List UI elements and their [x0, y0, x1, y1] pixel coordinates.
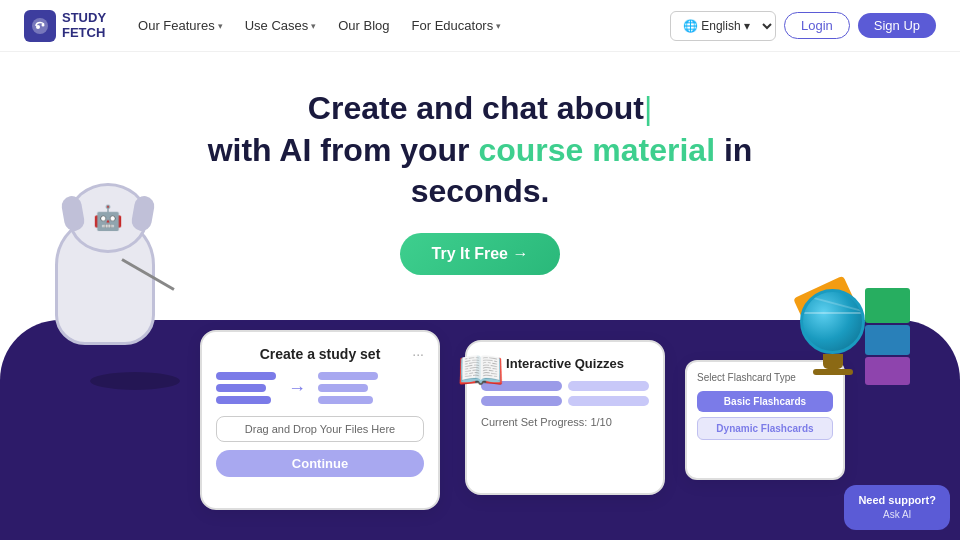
line-3: [216, 396, 271, 404]
svg-point-1: [36, 25, 40, 29]
nav-educators[interactable]: For Educators▾: [412, 18, 502, 33]
support-sub: Ask AI: [858, 508, 936, 522]
logo[interactable]: STUDY FETCH: [24, 10, 106, 42]
nav-blog[interactable]: Our Blog: [338, 18, 389, 33]
lines-right: [318, 372, 378, 404]
drag-drop-area[interactable]: Drag and Drop Your Files Here: [216, 416, 424, 442]
pointer-stick: [121, 258, 174, 291]
line-6: [318, 396, 373, 404]
mascot-ear-right: [130, 195, 156, 233]
svg-point-2: [42, 23, 45, 26]
globe-sphere: [800, 289, 865, 354]
card2-title: Interactive Quizzes: [481, 356, 649, 371]
try-free-button[interactable]: Try It Free →: [400, 233, 561, 275]
mascot-ear-left: [60, 195, 86, 233]
books-stack: [865, 288, 910, 385]
quiz-bars: [481, 381, 649, 406]
book-purple: [865, 357, 910, 385]
mascot-head: 🤖: [68, 183, 148, 253]
navigation: STUDY FETCH Our Features▾ Use Cases▾ Our…: [0, 0, 960, 52]
mascot: 🤖: [40, 215, 170, 385]
quiz-bar-2a: [481, 396, 562, 406]
bottom-section: 🤖 Create a study set ··· → Drag and Drop…: [0, 320, 960, 540]
card1-dots: ···: [412, 346, 424, 362]
globe-line: [803, 312, 862, 314]
lines-left: [216, 372, 276, 404]
arrow-icon: →: [288, 378, 306, 399]
cursor-blink: |: [644, 90, 652, 126]
create-study-set-card: Create a study set ··· → Drag and Drop Y…: [200, 330, 440, 510]
globe-stand: [823, 354, 843, 369]
mascot-body: 🤖: [55, 215, 155, 345]
support-label: Need support?: [858, 493, 936, 508]
quiz-row-2: [481, 396, 649, 406]
open-book-decoration: 📖: [457, 348, 504, 392]
signup-button[interactable]: Sign Up: [858, 13, 936, 38]
continue-button[interactable]: Continue: [216, 450, 424, 477]
logo-icon: [24, 10, 56, 42]
mascot-face: 🤖: [93, 204, 123, 232]
dynamic-flashcard-option[interactable]: Dynamic Flashcards: [697, 417, 833, 440]
card1-lines: →: [216, 372, 424, 404]
quiz-bar-2b: [568, 396, 649, 406]
support-badge[interactable]: Need support? Ask AI: [844, 485, 950, 530]
book-blue: [865, 325, 910, 355]
flashcard-type-card: Select Flashcard Type Basic Flashcards D…: [685, 360, 845, 480]
svg-point-0: [32, 18, 48, 34]
progress-text: Current Set Progress: 1/10: [481, 416, 649, 428]
globe-base: [813, 369, 853, 375]
line-5: [318, 384, 368, 392]
nav-links: Our Features▾ Use Cases▾ Our Blog For Ed…: [138, 18, 670, 33]
book-green: [865, 288, 910, 323]
logo-text: STUDY FETCH: [62, 11, 106, 40]
quiz-bar-1b: [568, 381, 649, 391]
line-2: [216, 384, 266, 392]
nav-right: 🌐 English ▾ Login Sign Up: [670, 11, 936, 41]
login-button[interactable]: Login: [784, 12, 850, 39]
line-1: [216, 372, 276, 380]
line-4: [318, 372, 378, 380]
nav-use-cases[interactable]: Use Cases▾: [245, 18, 317, 33]
basic-flashcard-option[interactable]: Basic Flashcards: [697, 391, 833, 412]
hero-heading: Create and chat about| with AI from your…: [40, 88, 920, 213]
globe-decoration: [800, 289, 865, 375]
quiz-row-1: [481, 381, 649, 391]
nav-features[interactable]: Our Features▾: [138, 18, 223, 33]
language-select[interactable]: 🌐 English ▾: [670, 11, 776, 41]
globe-line2: [804, 294, 862, 311]
card1-title: Create a study set: [216, 346, 424, 362]
